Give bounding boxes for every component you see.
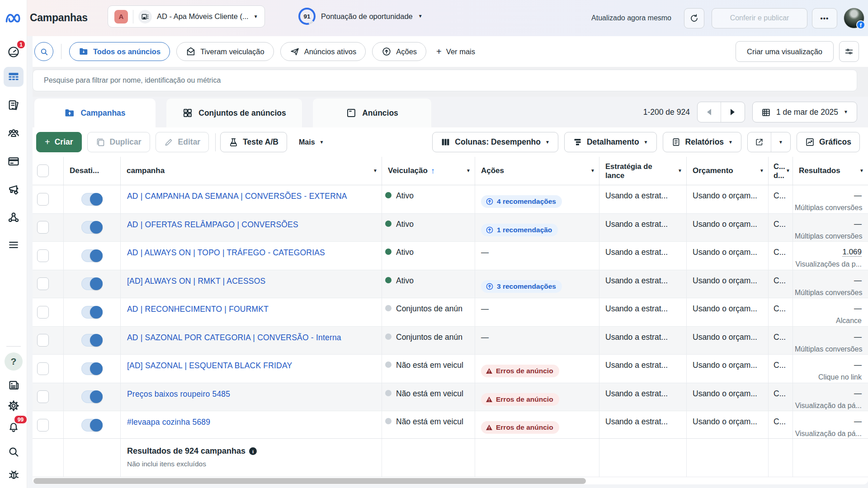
row-checkbox[interactable] <box>37 306 49 319</box>
header-select-all[interactable] <box>33 157 64 185</box>
sidebar-item-bug-report[interactable] <box>4 465 24 484</box>
notifications-badge: 99 <box>14 415 28 424</box>
row-checkbox[interactable] <box>37 221 49 234</box>
filter-pill-active-ads[interactable]: Anúncios ativos <box>280 42 366 61</box>
sidebar-item-menu[interactable] <box>4 235 24 255</box>
more-menu-button[interactable]: Mais ▼ <box>299 138 324 146</box>
row-checkbox[interactable] <box>37 419 49 432</box>
filter-pill-all-ads[interactable]: Todos os anúncios <box>69 42 170 61</box>
recommendations-pill[interactable]: 1 recomendação <box>481 224 558 236</box>
sidebar-item-search[interactable] <box>4 442 24 462</box>
row-checkbox[interactable] <box>37 362 49 375</box>
tab-campaigns[interactable]: Campanhas <box>34 99 156 127</box>
row-checkbox[interactable] <box>37 334 49 347</box>
export-button[interactable] <box>748 132 771 152</box>
charts-button[interactable]: Gráficos <box>797 132 860 152</box>
campaign-active-toggle[interactable] <box>81 277 103 290</box>
c-cell: C... <box>769 383 793 411</box>
duplicate-button[interactable]: Duplicar <box>87 132 150 152</box>
campaign-active-toggle[interactable] <box>81 221 103 234</box>
header-campaign-col[interactable]: campanha▼ <box>121 157 382 185</box>
header-budget-col[interactable]: Orçamento▼ <box>687 157 769 185</box>
ab-test-button[interactable]: Teste A/B <box>220 132 287 152</box>
select-all-checkbox[interactable] <box>37 164 49 177</box>
campaign-name-cell: #levaapa cozinha 5689 <box>121 411 382 438</box>
result-label: Visualização da pá... <box>795 429 862 438</box>
recommendations-pill[interactable]: 4 recomendações <box>481 195 562 208</box>
campaign-active-toggle[interactable] <box>81 193 103 206</box>
campaign-active-toggle[interactable] <box>81 334 103 347</box>
edit-button[interactable]: Editar <box>156 132 209 152</box>
refresh-button[interactable] <box>684 8 704 28</box>
sidebar-item-campaigns[interactable] <box>4 67 24 87</box>
ad-errors-pill[interactable]: Erros de anúncio <box>481 421 559 434</box>
campaign-name-link[interactable]: Preços baixos roupeiro 5485 <box>127 389 230 399</box>
campaign-active-toggle[interactable] <box>81 362 103 375</box>
sidebar-item-reports[interactable] <box>4 95 24 115</box>
campaign-name-link[interactable]: [AD] ALWAYS ON | RMKT | ACESSOS <box>127 277 265 286</box>
row-checkbox[interactable] <box>37 193 49 206</box>
avatar[interactable]: f <box>844 8 864 28</box>
prev-page-button[interactable] <box>698 102 721 122</box>
sidebar-item-billing[interactable] <box>4 151 24 171</box>
campaign-active-toggle[interactable] <box>81 306 103 319</box>
create-view-button[interactable]: Criar uma visualização <box>736 41 834 62</box>
campaign-name-link[interactable]: AD | ALWAYS ON | TOPO | TRÁFEGO - CATEGO… <box>127 248 325 258</box>
table-row: AD | ALWAYS ON | TOPO | TRÁFEGO - CATEGO… <box>33 242 868 270</box>
campaign-name-link[interactable]: AD | CAMPANHA DA SEMANA | CONVERSÕES - E… <box>127 192 347 201</box>
sidebar-item-updates[interactable] <box>4 375 24 395</box>
tab-ad-sets[interactable]: Conjuntos de anúncios <box>166 99 302 127</box>
header-c-col[interactable]: C...d...▼ <box>769 157 793 185</box>
sidebar-item-overview[interactable]: 1 <box>4 42 24 62</box>
folder-icon <box>79 47 89 56</box>
scrollbar-thumb[interactable] <box>33 478 586 484</box>
sidebar-item-audiences[interactable] <box>4 123 24 143</box>
header-actions-col[interactable]: Ações▼ <box>475 157 599 185</box>
breakdown-button[interactable]: Detalhamento ▼ <box>564 132 657 152</box>
table-search-input[interactable]: Pesquise para filtrar por nome, identifi… <box>33 70 857 91</box>
campaign-name-link[interactable]: #levaapa cozinha 5689 <box>127 418 210 427</box>
ad-errors-pill[interactable]: Erros de anúncio <box>481 365 559 377</box>
create-button[interactable]: + Criar <box>36 132 82 152</box>
row-checkbox[interactable] <box>37 390 49 403</box>
row-checkbox[interactable] <box>37 277 49 290</box>
sidebar-item-help[interactable]: ? <box>4 352 24 371</box>
header-delivery-col[interactable]: Veiculação↑▼ <box>382 157 475 185</box>
sidebar-item-settings[interactable] <box>4 396 24 416</box>
campaign-name-link[interactable]: AD | SAZONAL POR CATEGORIA | CONVERSÃO -… <box>127 333 341 343</box>
sidebar-item-ads[interactable] <box>4 180 24 200</box>
campaign-active-toggle[interactable] <box>81 419 103 432</box>
header-results-col[interactable]: Resultados▼ <box>793 157 868 185</box>
export-options-button[interactable]: ▼ <box>771 132 790 152</box>
ad-errors-pill[interactable]: Erros de anúncio <box>481 393 559 406</box>
header-strategy-col[interactable]: Estratégia delance▼ <box>599 157 687 185</box>
next-page-button[interactable] <box>721 102 745 122</box>
campaign-active-toggle[interactable] <box>81 249 103 262</box>
row-checkbox[interactable] <box>37 249 49 262</box>
campaign-name-link[interactable]: AD | OFERTAS RELÂMPAGO | CONVERSÕES <box>127 220 298 230</box>
tab-label: Anúncios <box>362 108 398 118</box>
more-options-button[interactable]: ••• <box>812 8 837 28</box>
review-publish-button[interactable]: Conferir e publicar <box>712 8 807 28</box>
campaign-active-toggle[interactable] <box>81 390 103 403</box>
tab-ads[interactable]: Anúncios <box>313 99 431 127</box>
header-toggle-col[interactable]: Desati... <box>64 157 121 185</box>
sidebar-item-notifications[interactable]: 99 <box>4 417 24 436</box>
info-icon[interactable]: i <box>249 447 257 455</box>
filter-pill-had-delivery[interactable]: Tiveram veiculação <box>176 42 274 61</box>
sidebar-item-assets[interactable] <box>4 207 24 227</box>
recommendations-pill[interactable]: 3 recomendações <box>481 280 562 293</box>
reports-button[interactable]: Relatórios ▼ <box>663 132 741 152</box>
columns-button[interactable]: Colunas: Desempenho ▼ <box>432 132 558 152</box>
account-selector[interactable]: A AD - Apa Móveis Cliente (... ▼ <box>108 5 265 28</box>
filter-search-button[interactable] <box>34 42 53 61</box>
campaign-name-link[interactable]: [AD] SAZONAL | ESQUENTA BLACK FRIDAY <box>127 361 292 371</box>
filter-settings-button[interactable] <box>839 41 859 62</box>
chevron-down-icon: ▼ <box>859 169 864 173</box>
filter-pill-actions[interactable]: Ações <box>372 42 426 61</box>
date-range-button[interactable]: 1 de mar de 2025 ▼ <box>752 102 857 122</box>
opportunity-score[interactable]: 91 Pontuação de oportunidade ▼ <box>298 8 423 25</box>
results-note: Não inclui itens excluídos <box>127 460 382 468</box>
see-more-filters-button[interactable]: + Ver mais <box>436 47 475 57</box>
campaign-name-link[interactable]: AD | RECONHECIMENTO | FOURMKT <box>127 305 269 314</box>
